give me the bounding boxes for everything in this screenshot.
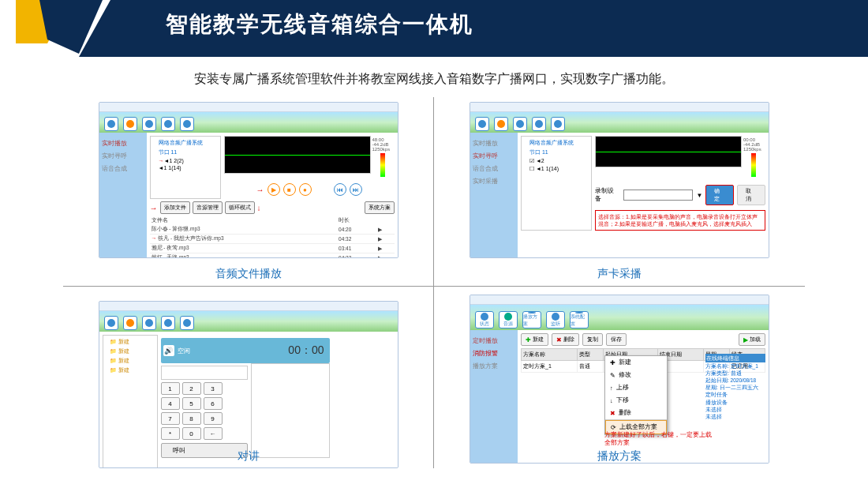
play-button[interactable]: ▶ <box>268 183 280 196</box>
confirm-button[interactable]: 确定 <box>705 185 734 205</box>
device-tree: 网络音频广播系统 节口 11 →◄1 2(2) ◄1 1(14) <box>150 136 221 199</box>
sys-plan-button[interactable]: 系统方案 <box>365 201 395 214</box>
nav-source-icon[interactable] <box>494 117 508 131</box>
loop-mode-button[interactable]: 循环模式 <box>225 201 255 214</box>
folder-item[interactable]: 新建 <box>105 337 155 347</box>
context-menu: ✚新建 ✎修改 ↑上移 ↓下移 ✖删除 ⟳上载全部方案 <box>604 355 668 435</box>
device-tree: 网络音频广播系统 节口 11 ☑ ◄2 ☐ ◄1 1(14) <box>521 136 592 231</box>
key-8[interactable]: 8 <box>182 412 201 425</box>
file-row[interactable]: 雅尼 - 夜莺.mp303:41▶ <box>150 244 395 253</box>
sidebar-capture[interactable]: 实时采播 <box>472 176 516 186</box>
copy-button[interactable]: 复制 <box>582 333 603 346</box>
menu-down[interactable]: ↓下移 <box>605 394 667 407</box>
add-file-button[interactable]: 添加文件 <box>160 201 190 214</box>
instruction-note: 选择音源：1.如果是要采集电脑的声音，电脑录音设备打开立体声混音；2.如果是要输… <box>595 210 765 231</box>
audio-meter: 00:00 -44.2dB 1250kps <box>742 136 765 180</box>
sidebar-realtime-play[interactable]: 实时播放 <box>472 138 516 148</box>
save-button[interactable]: 保存 <box>606 333 627 346</box>
sidebar-play-plan[interactable]: 播放方案 <box>472 361 516 371</box>
file-row[interactable]: 韩红 - 天路.mp304:22▶ <box>150 253 395 259</box>
key-0[interactable]: 0 <box>182 427 201 440</box>
key-3[interactable]: 3 <box>204 382 223 395</box>
logo-notch <box>0 0 110 63</box>
cell-play-plan: 状态 音源 播放方案 监听 系统配置 定时播放 消防报警 播放方案 ✚新建 ✖删… <box>434 287 805 468</box>
menu-del[interactable]: ✖删除 <box>605 407 667 419</box>
new-button[interactable]: ✚新建 <box>521 333 548 346</box>
del-button[interactable]: ✖删除 <box>552 333 579 346</box>
file-row[interactable]: → 筷凡 - 我想大声告诉你.mp304:32▶ <box>150 235 395 244</box>
cancel-button[interactable]: 取消 <box>737 185 765 205</box>
nav-config[interactable]: 系统配置 <box>570 311 589 328</box>
sidebar-timed-play[interactable]: 定时播放 <box>472 336 516 346</box>
tree-item[interactable]: ◄1 1(14) <box>152 164 219 171</box>
nav-config-icon[interactable] <box>551 117 565 131</box>
stop-button[interactable]: ■ <box>283 183 296 196</box>
tree-item[interactable]: 节口 11 <box>523 148 589 157</box>
nav-plan[interactable]: 播放方案 <box>522 311 541 328</box>
nav-status[interactable]: 状态 <box>475 311 494 328</box>
app-nav-bg <box>99 112 398 133</box>
key-2[interactable]: 2 <box>182 382 201 395</box>
menu-new[interactable]: ✚新建 <box>605 356 667 369</box>
sidebar-fire-alarm[interactable]: 消防报警 <box>472 348 516 358</box>
sidebar-tts[interactable]: 语音合成 <box>472 163 516 174</box>
nav-plan-icon[interactable] <box>142 117 156 131</box>
nav-monitor-icon[interactable] <box>161 117 175 131</box>
key-5[interactable]: 5 <box>182 397 201 410</box>
status-header: 🔊 空闲 00：00 <box>161 338 330 363</box>
tree-root[interactable]: 网络音频广播系统 <box>152 138 219 148</box>
prev-button[interactable]: ⏮ <box>334 183 346 196</box>
tree-item[interactable]: →◄1 2(2) <box>152 157 219 164</box>
sidebar-realtime-call[interactable]: 实时寻呼 <box>101 151 145 161</box>
sidebar-realtime-play[interactable]: 实时播放 <box>101 138 145 148</box>
sidebar-realtime-call[interactable]: 实时寻呼 <box>472 151 516 161</box>
tree-root[interactable]: 网络音频广播系统 <box>523 138 589 148</box>
arrow-icon: → <box>150 204 158 212</box>
nav-icon[interactable] <box>180 316 194 330</box>
folder-item[interactable]: 新建 <box>105 356 155 366</box>
menu-up[interactable]: ↑上移 <box>605 381 667 394</box>
tree-item[interactable]: 节口 11 <box>152 148 219 157</box>
nav-icon[interactable] <box>104 316 118 330</box>
nav-status-icon[interactable] <box>475 117 489 131</box>
key-star[interactable]: * <box>161 427 180 440</box>
app-play-plan: 状态 音源 播放方案 监听 系统配置 定时播放 消防报警 播放方案 ✚新建 ✖删… <box>470 295 769 464</box>
caption: 播放方案 <box>597 449 642 464</box>
nav-config-icon[interactable] <box>180 117 194 131</box>
nav-icon[interactable] <box>142 316 156 330</box>
key-9[interactable]: 9 <box>204 412 223 425</box>
nav-source[interactable]: 音源 <box>499 311 518 328</box>
titlebar <box>470 103 769 112</box>
nav-plan-icon[interactable] <box>513 117 527 131</box>
speaker-icon: 🔊 <box>163 345 174 356</box>
nav-source-icon[interactable] <box>123 117 137 131</box>
nav-icon[interactable] <box>123 316 137 330</box>
key-1[interactable]: 1 <box>161 382 180 395</box>
key-6[interactable]: 6 <box>204 397 223 410</box>
next-button[interactable]: ⏭ <box>350 183 362 196</box>
tree-item[interactable]: ☐ ◄1 1(14) <box>523 165 589 173</box>
load-button[interactable]: ▶加载 <box>739 333 765 346</box>
sidebar-tts[interactable]: 语音合成 <box>101 163 145 174</box>
page-title: 智能教学无线音箱综合一体机 <box>0 0 868 49</box>
folder-item[interactable]: 新建 <box>105 366 155 375</box>
key-7[interactable]: 7 <box>161 412 180 425</box>
key-back[interactable]: ← <box>204 427 223 440</box>
menu-edit[interactable]: ✎修改 <box>605 369 667 381</box>
caption: 声卡采播 <box>597 267 642 281</box>
nav-monitor[interactable]: 监听 <box>546 311 565 328</box>
titlebar <box>99 103 398 112</box>
arrow-icon: → <box>256 186 264 194</box>
call-button[interactable]: 呼叫 <box>161 443 248 458</box>
folder-item[interactable]: 新建 <box>105 347 155 356</box>
cell-audio-playback: 实时播放 实时寻呼 语音合成 网络音频广播系统 节口 11 →◄1 2(2) ◄… <box>63 97 434 287</box>
rec-button[interactable]: ● <box>299 183 312 196</box>
source-mgr-button[interactable]: 音源管理 <box>193 201 223 214</box>
nav-icon[interactable] <box>161 316 175 330</box>
nav-monitor-icon[interactable] <box>532 117 546 131</box>
key-4[interactable]: 4 <box>161 397 180 410</box>
file-row[interactable]: 陈小春 - 算你狠.mp304:20▶ <box>150 225 395 235</box>
tree-item[interactable]: ☑ ◄2 <box>523 157 589 165</box>
nav-status-icon[interactable] <box>104 117 118 131</box>
device-select[interactable] <box>623 190 694 201</box>
